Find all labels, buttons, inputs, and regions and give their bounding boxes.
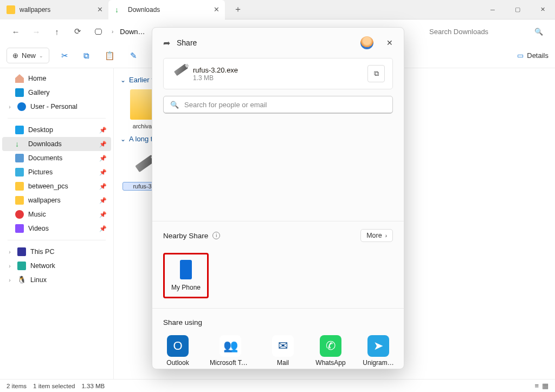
copy-icon[interactable]: ⧉ — [83, 51, 89, 61]
new-tab-button[interactable]: ＋ — [225, 4, 251, 15]
outlook-icon: O — [167, 335, 189, 357]
minimize-button[interactable]: ─ — [480, 0, 505, 19]
details-button[interactable]: ▭ Details — [517, 51, 548, 60]
sidebar-item-downloads[interactable]: Downloads📌 — [2, 137, 111, 151]
app-label: Outlook — [166, 359, 189, 367]
divider — [152, 221, 404, 221]
tab-downloads[interactable]: Downloads ✕ — [108, 0, 225, 19]
sidebar-item-documents[interactable]: Documents📌 — [2, 151, 111, 165]
sidebar-item-label: Desktop — [28, 126, 53, 134]
up-button[interactable]: ↑ — [48, 22, 66, 41]
list-view-icon[interactable]: ≡ — [534, 382, 539, 390]
sidebar-item-label: between_pcs — [28, 182, 68, 190]
pin-icon: 📌 — [99, 127, 107, 134]
share-title: Share — [177, 38, 197, 47]
sidebar-item-desktop[interactable]: Desktop📌 — [2, 123, 111, 137]
close-window-button[interactable]: ✕ — [530, 0, 555, 19]
app-label: WhatsApp — [315, 359, 345, 367]
breadcrumb[interactable]: Down… — [118, 28, 147, 36]
command-icons: ✂ ⧉ 📋 ✎ — [61, 51, 137, 61]
sidebar-item-home[interactable]: Home — [2, 71, 111, 86]
sidebar-item-label: Documents — [28, 154, 62, 162]
desktop-icon — [15, 126, 24, 134]
paste-icon[interactable]: 📋 — [105, 51, 115, 61]
app-teams[interactable]: 👥 Microsoft Teams… — [210, 335, 251, 369]
divider — [8, 240, 106, 240]
file-name: rufus-3.20.exe — [193, 66, 238, 74]
close-tab-icon[interactable]: ✕ — [97, 5, 103, 14]
more-button[interactable]: More › — [360, 229, 393, 242]
status-selected: 1 item selected — [33, 383, 75, 389]
sidebar-item-pictures[interactable]: Pictures📌 — [2, 165, 111, 179]
chevron-down-icon: ⌄ — [39, 53, 43, 58]
sidebar-item-thispc[interactable]: This PC — [2, 245, 111, 259]
device-my-phone[interactable]: My Phone — [163, 253, 209, 298]
videos-icon — [15, 224, 24, 233]
sidebar-item-label: Music — [28, 211, 46, 218]
divider — [8, 118, 106, 119]
sidebar-item-label: Videos — [28, 225, 49, 232]
cloud-icon — [17, 102, 26, 111]
cut-icon[interactable]: ✂ — [61, 51, 68, 61]
nearby-title: Nearby Share — [163, 232, 208, 240]
close-dialog-button[interactable]: ✕ — [386, 38, 393, 47]
apps-row: O Outlook 👥 Microsoft Teams… ✉ Mail ✆ Wh… — [152, 330, 404, 369]
status-size: 1.33 MB — [81, 383, 105, 389]
pin-icon: 📌 — [99, 155, 107, 162]
user-avatar[interactable] — [360, 36, 373, 49]
new-button[interactable]: ⊕ New ⌄ — [7, 48, 49, 63]
sidebar-item-user[interactable]: User - Personal — [2, 100, 111, 114]
search-input[interactable]: Search Downloads 🔍 — [424, 23, 548, 40]
back-button[interactable]: ← — [7, 22, 25, 41]
pin-icon: 📌 — [99, 169, 107, 176]
device-label: My Phone — [171, 284, 201, 291]
file-size: 1.3 MB — [193, 74, 238, 82]
search-icon: 🔍 — [534, 28, 543, 36]
maximize-button[interactable]: ▢ — [505, 0, 530, 19]
sidebar-item-linux[interactable]: Linux — [2, 273, 111, 287]
documents-icon — [15, 154, 24, 162]
grid-view-icon[interactable]: ▦ — [542, 382, 548, 390]
rename-icon[interactable]: ✎ — [130, 51, 137, 61]
sidebar-item-music[interactable]: Music📌 — [2, 207, 111, 221]
forward-button[interactable]: → — [27, 22, 46, 41]
divider — [152, 308, 404, 309]
refresh-button[interactable]: ⟳ — [68, 22, 87, 41]
pin-icon: 📌 — [99, 225, 107, 232]
sidebar-item-label: Linux — [30, 276, 47, 284]
nearby-section: Nearby Share i More › — [163, 229, 393, 242]
app-whatsapp[interactable]: ✆ WhatsApp Install ⭳ — [315, 335, 346, 369]
details-label: Details — [527, 51, 548, 60]
app-sublabel: Install ⭳ — [367, 369, 389, 369]
sidebar-item-between-pcs[interactable]: between_pcs📌 — [2, 179, 111, 193]
music-icon — [15, 210, 24, 219]
sidebar-item-label: wallpapers — [28, 197, 61, 204]
share-search-input[interactable]: 🔍 Search for people or email — [163, 96, 393, 114]
app-unigram[interactable]: ➤ Unigram… Install ⭳ — [363, 335, 394, 369]
folder-icon — [15, 182, 24, 191]
mail-icon: ✉ — [272, 335, 294, 357]
details-icon: ▭ — [517, 51, 524, 60]
share-icon: ➦ — [163, 38, 170, 48]
app-mail[interactable]: ✉ Mail — [267, 335, 299, 369]
sidebar-item-network[interactable]: Network — [2, 259, 111, 273]
app-outlook[interactable]: O Outlook — [162, 335, 193, 369]
sidebar-item-label: Gallery — [28, 89, 50, 96]
sidebar-item-wallpapers[interactable]: wallpapers📌 — [2, 193, 111, 207]
network-icon — [17, 262, 26, 270]
app-sublabel: Install ⭳ — [319, 369, 341, 369]
close-tab-icon[interactable]: ✕ — [214, 5, 220, 14]
title-bar: wallpapers ✕ Downloads ✕ ＋ ─ ▢ ✕ — [0, 0, 555, 19]
pc-icon — [17, 247, 26, 256]
tab-wallpapers[interactable]: wallpapers ✕ — [0, 0, 108, 19]
info-icon[interactable]: i — [212, 232, 220, 239]
device-row: My Phone — [152, 247, 404, 306]
sidebar-item-videos[interactable]: Videos📌 — [2, 221, 111, 236]
shared-file-card: rufus-3.20.exe 1.3 MB ⧉ — [163, 58, 393, 89]
status-bar: 2 items 1 item selected 1.33 MB ≡ ▦ — [0, 379, 555, 392]
telegram-icon: ➤ — [367, 335, 389, 357]
monitor-icon[interactable]: 🖵 — [89, 22, 107, 41]
sidebar-item-gallery[interactable]: Gallery — [2, 86, 111, 100]
copy-button[interactable]: ⧉ — [367, 65, 385, 82]
window-controls: ─ ▢ ✕ — [480, 0, 555, 19]
